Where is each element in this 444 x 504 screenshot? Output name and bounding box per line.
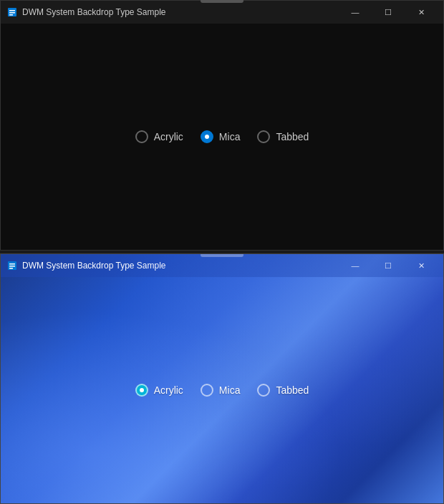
bottom-radio-group: Acrylic Mica Tabbed bbox=[135, 384, 309, 397]
bottom-window-controls: — ☐ ✕ bbox=[339, 254, 438, 277]
bottom-radio-tabbed[interactable]: Tabbed bbox=[257, 384, 309, 397]
top-radio-mica[interactable]: Mica bbox=[201, 130, 241, 143]
bottom-titlebar: DWM System Backdrop Type Sample — ☐ ✕ bbox=[1, 254, 443, 277]
top-close-button[interactable]: ✕ bbox=[405, 1, 438, 24]
bottom-minimize-button[interactable]: — bbox=[339, 254, 372, 277]
bottom-window-title: DWM System Backdrop Type Sample bbox=[22, 261, 339, 271]
svg-rect-7 bbox=[9, 268, 13, 269]
top-radio-tabbed[interactable]: Tabbed bbox=[257, 130, 309, 143]
top-radio-group: Acrylic Mica Tabbed bbox=[135, 130, 309, 143]
bottom-radio-mica-circle bbox=[201, 384, 213, 397]
bottom-maximize-button[interactable]: ☐ bbox=[372, 254, 405, 277]
svg-rect-2 bbox=[9, 12, 15, 14]
top-window-controls: — ☐ ✕ bbox=[339, 1, 438, 24]
top-window: DWM System Backdrop Type Sample — ☐ ✕ Ac… bbox=[0, 0, 444, 251]
top-maximize-button[interactable]: ☐ bbox=[372, 1, 405, 24]
bottom-window-content: Acrylic Mica Tabbed bbox=[1, 277, 443, 503]
svg-rect-1 bbox=[9, 10, 15, 11]
bottom-close-button[interactable]: ✕ bbox=[405, 254, 438, 277]
svg-rect-6 bbox=[9, 266, 15, 267]
svg-rect-5 bbox=[9, 263, 15, 265]
top-window-title: DWM System Backdrop Type Sample bbox=[22, 7, 339, 17]
top-radio-mica-label: Mica bbox=[219, 131, 241, 142]
bottom-radio-acrylic-label: Acrylic bbox=[154, 384, 183, 396]
top-radio-acrylic-label: Acrylic bbox=[154, 131, 183, 142]
bottom-radio-tabbed-circle bbox=[257, 384, 270, 397]
top-radio-tabbed-label: Tabbed bbox=[276, 131, 309, 142]
bottom-radio-acrylic[interactable]: Acrylic bbox=[135, 384, 183, 397]
top-minimize-button[interactable]: — bbox=[339, 1, 372, 24]
bottom-radio-acrylic-circle bbox=[135, 384, 148, 397]
bottom-window: DWM System Backdrop Type Sample — ☐ ✕ Ac… bbox=[0, 253, 444, 504]
svg-rect-3 bbox=[9, 14, 13, 16]
bottom-drag-handle bbox=[201, 254, 243, 257]
top-radio-tabbed-circle bbox=[257, 130, 270, 143]
bottom-app-icon bbox=[6, 260, 18, 271]
top-radio-acrylic-circle bbox=[135, 130, 148, 143]
top-window-content: Acrylic Mica Tabbed bbox=[1, 24, 443, 250]
top-radio-acrylic[interactable]: Acrylic bbox=[135, 130, 183, 143]
drag-handle bbox=[201, 0, 243, 3]
top-radio-mica-circle bbox=[201, 130, 213, 143]
app-icon bbox=[6, 6, 18, 18]
bottom-radio-mica-label: Mica bbox=[219, 384, 241, 396]
bottom-radio-mica[interactable]: Mica bbox=[201, 384, 241, 397]
bottom-radio-tabbed-label: Tabbed bbox=[276, 384, 309, 396]
top-titlebar: DWM System Backdrop Type Sample — ☐ ✕ bbox=[1, 1, 443, 24]
